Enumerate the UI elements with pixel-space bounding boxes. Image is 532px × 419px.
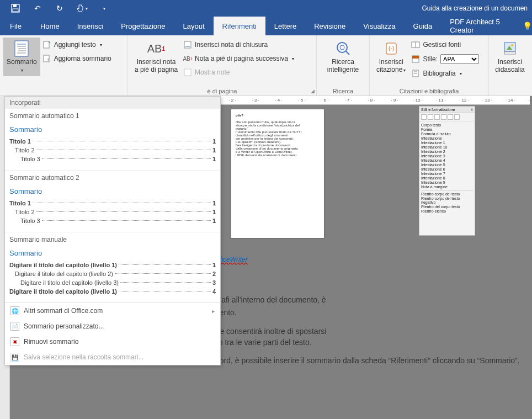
insert-citation-button[interactable]: (-) Inseriscicitazione▾ [373, 38, 409, 76]
group-label-research: Ricerca [320, 87, 366, 94]
svg-rect-24 [412, 56, 419, 59]
citation-style-select[interactable]: Stile: APA [409, 52, 481, 66]
tab-guida[interactable]: Guida [405, 17, 441, 35]
toc-line: Digitare il titolo del capitolo (livello… [9, 262, 216, 268]
gallery-item-manual[interactable]: Sommario manuale Sommario Digitare il ti… [5, 232, 220, 303]
style-icon [411, 55, 420, 63]
style-item[interactable]: Intestazione 9 [421, 180, 473, 184]
style-item[interactable]: Rientro corpo del testo negativo [421, 197, 473, 205]
toc-line: Titolo 21 [9, 209, 216, 215]
style-item[interactable]: Intestazione 4 [421, 158, 473, 162]
save-selection-icon: 💾 [10, 353, 19, 362]
preview-page: pile? che tutti possono fruire, qualunqu… [231, 109, 324, 238]
group-table-of-contents: Sommario▾ + Aggiungi testo▾ ! Aggiorna s… [0, 35, 128, 96]
tab-lettere[interactable]: Lettere [265, 17, 305, 35]
style-item[interactable]: Rientro elenco [421, 209, 473, 214]
horizontal-ruler[interactable]: · 2 ·· 3 ·· 4 ·· 5 ·· 6 ·· 7 ·· 8 ·· 9 ·… [221, 96, 530, 105]
tab-visualizza[interactable]: Visualizza [354, 17, 404, 35]
sommario-button[interactable]: Sommario▾ [3, 38, 40, 76]
update-toc-button[interactable]: ! Aggiorna sommario [40, 52, 114, 65]
style-item[interactable]: Intestazione 7 [421, 171, 473, 176]
insert-endnote-button[interactable]: Inserisci nota di chiusura [181, 39, 296, 51]
gallery-item-auto2[interactable]: Sommario automatico 2 Sommario Titolo 11… [5, 171, 220, 232]
qat-customize-icon[interactable]: ▾ [93, 0, 115, 17]
style-item[interactable]: Intestazione [421, 136, 473, 140]
manage-sources-icon [411, 40, 420, 49]
tab-home[interactable]: Home [31, 17, 68, 35]
tab-layout[interactable]: Layout [174, 17, 214, 35]
show-notes-button[interactable]: Mostra note [181, 66, 296, 78]
toc-line: Titolo 31 [9, 156, 216, 162]
styles-panel: Stili e formattazione× Corpo testoFormaF… [419, 106, 475, 236]
toc-line: Titolo 11 [9, 138, 216, 145]
svg-rect-13 [184, 41, 191, 48]
title-bar: ↶ ↻ ▾ ▾ Guida alla creazione di un docum… [0, 0, 532, 17]
style-item[interactable]: Nota a margine [421, 184, 473, 189]
gallery-header: Incorporati [5, 97, 220, 109]
tell-me-icon[interactable]: 💡 [523, 22, 532, 30]
bibliography-icon [411, 69, 420, 78]
ribbon: Sommario▾ + Aggiungi testo▾ ! Aggiorna s… [0, 35, 532, 96]
tab-pdf-architect[interactable]: PDF Architect 5 Creator [441, 17, 516, 35]
style-item[interactable]: Corpo testo [421, 123, 473, 127]
next-footnote-button[interactable]: AB1 Nota a piè di pagina successiva▾ [181, 52, 296, 65]
tab-revisione[interactable]: Revisione [305, 17, 354, 35]
bibliography-button[interactable]: Bibliografia▾ [409, 67, 481, 79]
close-icon[interactable]: × [471, 108, 473, 112]
group-label-citations: Citazioni e bibliografia [373, 87, 485, 94]
svg-rect-15 [184, 69, 191, 76]
tab-progettazione[interactable]: Progettazione [112, 17, 174, 35]
svg-text:(-): (-) [389, 45, 394, 51]
manage-sources-button[interactable]: Gestisci fonti [409, 39, 481, 51]
chevron-right-icon: ▸ [212, 308, 215, 314]
style-item[interactable]: Intestazione 2 [421, 149, 473, 153]
endnote-icon [183, 40, 192, 49]
undo-icon[interactable]: ↶ [26, 0, 49, 17]
svg-point-18 [340, 45, 344, 50]
custom-toc-button[interactable]: 📄 Sommario personalizzato... [5, 319, 220, 334]
smart-lookup-button[interactable]: Ricercaintelligente [324, 38, 362, 76]
show-notes-icon [183, 68, 192, 77]
svg-text:!: ! [47, 57, 49, 62]
custom-toc-icon: 📄 [10, 322, 19, 331]
group-research: Ricercaintelligente Ricerca [317, 35, 370, 96]
save-selection-button: 💾 Salva selezione nella raccolta sommari… [5, 349, 220, 365]
group-citations: (-) Inseriscicitazione▾ Gestisci fonti S… [370, 35, 489, 96]
touch-mode-icon[interactable]: ▾ [71, 0, 93, 17]
style-item[interactable]: Intestazione 3 [421, 153, 473, 158]
group-captions: Inseriscididascalia . [489, 35, 531, 96]
toc-line: Digitare il titolo del capitolo (livello… [9, 288, 216, 295]
tab-riferimenti[interactable]: Riferimenti [214, 17, 265, 35]
more-from-office-button[interactable]: 🌐 Altri sommari di Office.com ▸ [5, 303, 220, 319]
style-item[interactable]: Intestazione 6 [421, 167, 473, 171]
insert-caption-button[interactable]: Inseriscididascalia [492, 38, 528, 76]
tab-file[interactable]: File [0, 17, 31, 35]
gallery-item-auto1[interactable]: Sommario automatico 1 Sommario Titolo 11… [5, 109, 220, 171]
chevron-down-icon: ▾ [21, 68, 23, 73]
toc-line: Titolo 21 [9, 147, 216, 153]
style-dropdown[interactable]: APA [440, 54, 479, 64]
svg-point-16 [337, 43, 347, 52]
dialog-launcher-icon[interactable]: ◢ [311, 88, 315, 94]
remove-toc-button[interactable]: ✖ Rimuovi sommario [5, 334, 220, 349]
toc-line: Digitare il titolo del capitolo (livello… [9, 279, 216, 286]
insert-footnote-button[interactable]: AB1 Inserisci notaa piè di pagina [131, 38, 181, 76]
style-item[interactable]: Forma [421, 127, 473, 131]
caption-icon [501, 40, 519, 57]
refresh-icon: ! [42, 54, 51, 63]
style-item[interactable]: Intestazione 5 [421, 162, 473, 167]
style-item[interactable]: Intestazione 8 [421, 176, 473, 180]
add-text-button[interactable]: + Aggiungi testo▾ [40, 39, 114, 51]
svg-text:+: + [48, 40, 51, 45]
style-item[interactable]: Rientro corpo del testo [421, 192, 473, 197]
group-label-footnotes: è di pagina [131, 87, 313, 94]
style-item[interactable]: Intestazione 10 [421, 145, 473, 149]
style-item[interactable]: Intestazione 1 [421, 140, 473, 145]
footnote-icon: AB1 [147, 40, 165, 57]
save-icon[interactable] [4, 0, 26, 17]
style-item[interactable]: Rientro del corpo testo [421, 205, 473, 209]
tab-inserisci[interactable]: Inserisci [68, 17, 113, 35]
toc-line: Titolo 31 [9, 218, 216, 224]
style-item[interactable]: Formula di saluto [421, 131, 473, 136]
redo-icon[interactable]: ↻ [49, 0, 71, 17]
